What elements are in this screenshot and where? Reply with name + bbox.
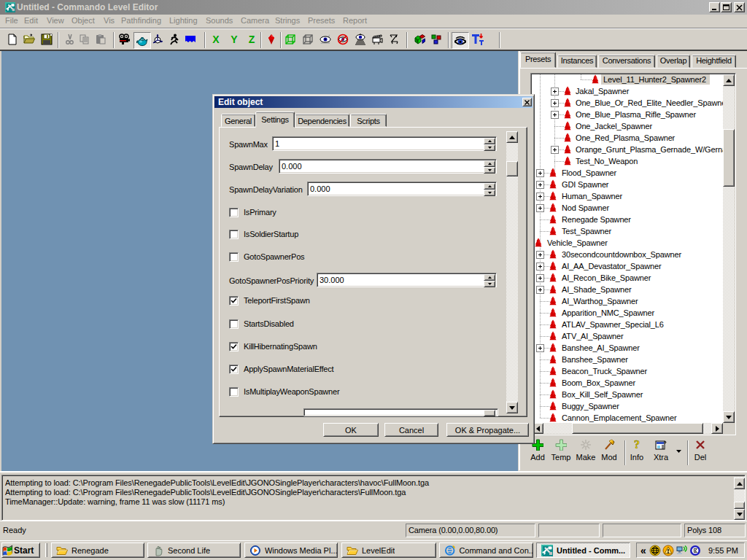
svg-text:Y: Y	[231, 34, 238, 45]
svg-text:?: ?	[634, 439, 640, 451]
svg-text:X: X	[212, 34, 220, 45]
svg-text:Z: Z	[249, 34, 255, 45]
